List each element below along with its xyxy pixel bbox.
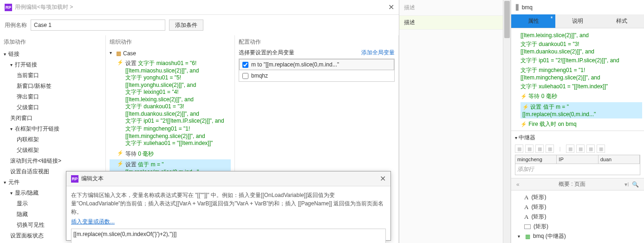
organize-action-title: 组织动作: [110, 38, 231, 46]
search-icon[interactable]: 🔍: [632, 181, 639, 188]
overview-item-rect[interactable]: A(矩形): [515, 212, 640, 222]
rp-icon: RP: [71, 175, 78, 183]
editor-title: 编辑文本: [81, 175, 104, 183]
relay-section: ▾ 中继器 ▦▦▦▦ | ▦▦▦▦ mingcheng IP duan 添加行: [511, 131, 644, 178]
editor-header: RP 编辑文本 ✕: [66, 171, 390, 186]
overview-section: « 概要 : 页面 ▾⁞ 🔍 A(矩形) A(矩形) A(矩形) (矩形) ▾▦…: [511, 178, 644, 243]
case-name-label: 用例名称: [5, 21, 27, 29]
add-global-var-link[interactable]: 添加全局变量: [361, 49, 395, 57]
relay-add-row[interactable]: 添加行: [515, 164, 640, 175]
toolbar-icon[interactable]: ▦: [535, 144, 544, 153]
toolbar-icon[interactable]: ▦: [546, 144, 554, 153]
desc-row[interactable]: 描述: [399, 16, 510, 30]
tree-new-window[interactable]: 新窗口/新标签: [4, 81, 102, 92]
case-name-row: 用例名称 添加条件: [0, 15, 399, 35]
var-row-bmqhz[interactable]: bmqhz: [239, 70, 394, 81]
overview-item-rect[interactable]: A(矩形): [515, 202, 640, 212]
collapse-icon[interactable]: «: [516, 181, 520, 188]
scrollbar[interactable]: [503, 0, 510, 243]
tree-line[interactable]: 文字于 duankou01 = "3![[Item.duankou.slice(…: [520, 39, 642, 56]
close-icon[interactable]: ✕: [380, 174, 386, 183]
overview-item-rect[interactable]: (矩形): [515, 222, 640, 231]
tree-inline-frame[interactable]: 内联框架: [4, 134, 102, 145]
editor-hint: 在下方编辑区输入文本，变量名称或表达式要写在 "[[""]]" 中。例如：插入变…: [71, 191, 386, 216]
overview-head: « 概要 : 页面 ▾⁞ 🔍: [511, 178, 644, 190]
config-action-title: 配置动作: [239, 38, 395, 46]
overview-item-rect[interactable]: A(矩形): [515, 192, 640, 202]
tree-set-m-selected[interactable]: ⚡ 设置 值于 m = "[[m.replace(m.slice(0,m.ind…: [520, 102, 642, 118]
col-ip[interactable]: IP: [557, 155, 598, 164]
tree-parent-window[interactable]: 父级窗口: [4, 102, 102, 113]
overview-title: 概要 : 页面: [521, 180, 623, 188]
rp-icon: RP: [5, 4, 12, 11]
dialog-header: RP 用例编辑<每项加载时 > ✕: [0, 0, 399, 15]
bolt-icon: ⚡: [117, 150, 124, 156]
var-bmqhz-checkbox[interactable]: [242, 73, 248, 79]
toolbar-icon[interactable]: ▦: [566, 144, 574, 153]
tree-line[interactable]: 文字于 ip01 = "2![[Item.IP.slice(2)]]", and: [520, 56, 642, 66]
action-set-text[interactable]: ⚡ 设置 文字于 miaoshu01 = "6![[Item.miaoshu.s…: [110, 58, 231, 149]
select-var-label: 选择要设置的全局变量: [239, 49, 294, 57]
tree-scroll-anchor[interactable]: 滚动到元件<锚链接>: [4, 156, 102, 166]
tab-notes[interactable]: 说明: [555, 14, 599, 28]
tree-popup[interactable]: 弹出窗口: [4, 92, 102, 102]
tree-fire[interactable]: ⚡ Fire 载入时 on bmq: [520, 119, 642, 129]
desc-header: 描述: [399, 0, 510, 16]
toolbar-icon[interactable]: ▦: [586, 144, 595, 153]
toolbar-icon[interactable]: ▦: [525, 144, 533, 153]
case-node[interactable]: ▾▦ Case: [110, 49, 231, 58]
var-bmqhz-label: bmqhz: [251, 72, 268, 79]
var-m-label: m to "[[m.replace(m.slice(0,m.ind...": [251, 61, 339, 68]
col-mingcheng[interactable]: mingcheng: [515, 155, 557, 164]
relay-table-head: mingcheng IP duan: [515, 155, 640, 164]
overview-item-bmq[interactable]: ▾▦bmq (中继器): [515, 231, 640, 241]
case-name-input[interactable]: [31, 20, 165, 31]
tab-props[interactable]: 属性*: [511, 14, 555, 28]
inspector-tree: [[Item.leixing.slice(2)]]", and 文字于 duan…: [511, 28, 644, 131]
col-duan[interactable]: duan: [598, 155, 640, 164]
tree-wait[interactable]: ⚡ 等待 0 毫秒: [520, 92, 642, 101]
description-pane: 描述 描述: [399, 0, 511, 243]
insert-var-link[interactable]: 插入变量或函数...: [71, 218, 115, 226]
tree-line[interactable]: 文字于 mingcheng01 = "1![[Item.mingcheng.sl…: [520, 66, 642, 82]
tree-current-window[interactable]: 当前窗口: [4, 70, 102, 81]
add-condition-button[interactable]: 添加条件: [169, 20, 203, 31]
tree-close-window[interactable]: 关闭窗口: [4, 113, 102, 124]
var-m-checkbox[interactable]: [242, 62, 248, 68]
toolbar-icon[interactable]: ▦: [576, 144, 585, 153]
dialog-title: 用例编辑<每项加载时 >: [15, 3, 73, 11]
edit-text-dialog: RP 编辑文本 ✕ 在下方编辑区输入文本，变量名称或表达式要写在 "[[""]]…: [66, 171, 391, 241]
tree-open-in-frame[interactable]: ▾在框架中打开链接: [4, 124, 102, 134]
add-action-title: 添加动作: [4, 38, 102, 46]
tree-open-link[interactable]: ▾打开链接: [4, 59, 102, 70]
toolbar-icon[interactable]: ▦: [597, 144, 605, 153]
tree-line[interactable]: [[Item.leixing.slice(2)]]", and: [520, 31, 642, 39]
toolbar-icon[interactable]: ▦: [515, 144, 523, 153]
filter-icon[interactable]: ▾⁞: [624, 181, 629, 188]
tree-line[interactable]: 文字于 xuliehao01 = "[[Item.index]]": [520, 82, 642, 92]
action-wait[interactable]: ⚡ 等待 0 毫秒: [110, 149, 231, 159]
bolt-icon: ⚡: [117, 161, 124, 167]
inspector-tabs: 属性* 说明 样式: [511, 14, 644, 28]
close-icon[interactable]: ✕: [388, 3, 394, 12]
inspector-panel: ▋ bmq 属性* 说明 样式 [[Item.leixing.slice(2)]…: [511, 0, 644, 243]
tree-link[interactable]: ▾链接: [4, 49, 102, 59]
tab-style[interactable]: 样式: [600, 14, 644, 28]
widget-name[interactable]: ▋ bmq: [511, 0, 644, 14]
relay-toolbar: ▦▦▦▦ | ▦▦▦▦: [515, 144, 640, 153]
editor-textarea[interactable]: [71, 229, 386, 243]
relay-head[interactable]: ▾ 中继器: [515, 134, 640, 142]
bolt-icon: ⚡: [117, 59, 124, 66]
var-row-m[interactable]: m to "[[m.replace(m.slice(0,m.ind...": [239, 59, 394, 70]
tree-parent-frame[interactable]: 父级框架: [4, 145, 102, 156]
